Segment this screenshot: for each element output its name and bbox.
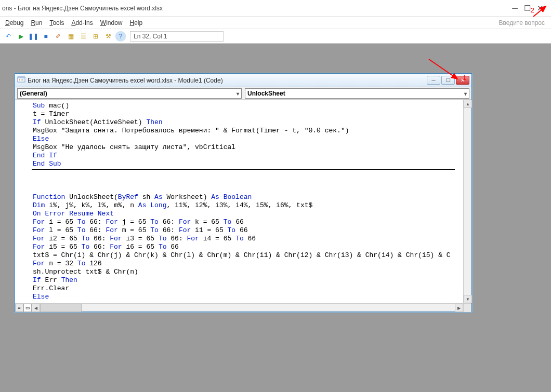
svg-rect-1 [18,77,25,78]
scrollbar-corner [463,304,471,312]
annotation-arrow-1 [429,59,465,80]
procedure-dropdown[interactable]: UnlockSheet ▾ [245,88,469,99]
procedure-view-button[interactable]: ≡ [15,304,23,312]
scroll-down-icon[interactable]: ▼ [464,295,472,303]
main-window-title: ons - Блог на Яндекс.Дзен Самоучитель ex… [0,5,163,12]
chevron-down-icon: ▾ [464,91,467,97]
menu-window[interactable]: Window [100,19,123,26]
toolbox-icon[interactable]: ⚒ [103,31,113,42]
pause-icon[interactable]: ❚❚ [28,31,38,42]
annotation-label-1: 1 [463,74,466,82]
annotation-label-2: 2 [531,6,534,14]
procedure-dropdown-value: UnlockSheet [247,90,285,97]
object-dropdown-value: (General) [20,90,47,97]
minimize-button[interactable]: ─ [512,4,518,12]
annotation-arrow-2 [533,5,549,18]
help-search[interactable]: Введите вопрос [499,19,552,26]
mdi-area: Блог на Яндекс.Дзен Самоучитель excel wo… [0,44,551,392]
undo-icon[interactable]: ↶ [3,31,14,42]
chevron-down-icon: ▾ [237,91,239,97]
main-titlebar: ons - Блог на Яндекс.Дзен Самоучитель ex… [0,0,551,17]
design-mode-icon[interactable]: ✐ [53,31,63,42]
svg-line-5 [429,59,457,79]
run-icon[interactable]: ▶ [16,31,26,42]
svg-point-3 [21,79,22,80]
svg-point-4 [22,79,23,80]
scroll-up-icon[interactable]: ▲ [464,100,472,108]
maximize-button[interactable]: ☐ [524,4,531,13]
full-module-view-button[interactable]: ▭ [23,304,32,312]
code-window: Блог на Яндекс.Дзен Самоучитель excel wo… [15,73,472,312]
procedure-separator [32,169,455,170]
code-window-title: Блог на Яндекс.Дзен Самоучитель excel wo… [28,77,223,84]
horizontal-scrollbar[interactable]: ◀ ▶ [32,304,463,312]
menu-debug[interactable]: Debug [5,19,23,26]
menu-bar: Debug Run Tools Add-Ins Window Help Введ… [0,17,551,29]
code-window-titlebar[interactable]: Блог на Яндекс.Дзен Самоучитель excel wo… [15,74,471,87]
code-editor[interactable]: Sub mac() t = Timer If UnlockSheet(Activ… [32,100,463,303]
stop-icon[interactable]: ■ [41,31,51,42]
properties-icon[interactable]: ☰ [78,31,88,42]
object-browser-icon[interactable]: ⊞ [90,31,101,42]
scroll-left-icon[interactable]: ◀ [32,304,40,312]
svg-line-6 [533,6,546,17]
menu-run[interactable]: Run [31,19,42,26]
code-gutter [15,100,32,303]
vba-icon [17,75,25,85]
menu-tools[interactable]: Tools [49,19,64,26]
vertical-scrollbar[interactable]: ▲ ▼ [463,100,471,303]
scroll-right-icon[interactable]: ▶ [455,304,463,312]
scrollbar-thumb[interactable] [40,304,82,312]
object-dropdown[interactable]: (General) ▾ [17,88,242,99]
cursor-position: Ln 32, Col 1 [130,31,224,42]
project-explorer-icon[interactable]: ▦ [65,31,76,42]
toolbar: ↶ ▶ ❚❚ ■ ✐ ▦ ☰ ⊞ ⚒ ? Ln 32, Col 1 [0,29,551,44]
help-icon[interactable]: ? [115,31,126,42]
menu-addins[interactable]: Add-Ins [71,19,93,26]
menu-help[interactable]: Help [129,19,142,26]
svg-point-2 [19,79,20,80]
